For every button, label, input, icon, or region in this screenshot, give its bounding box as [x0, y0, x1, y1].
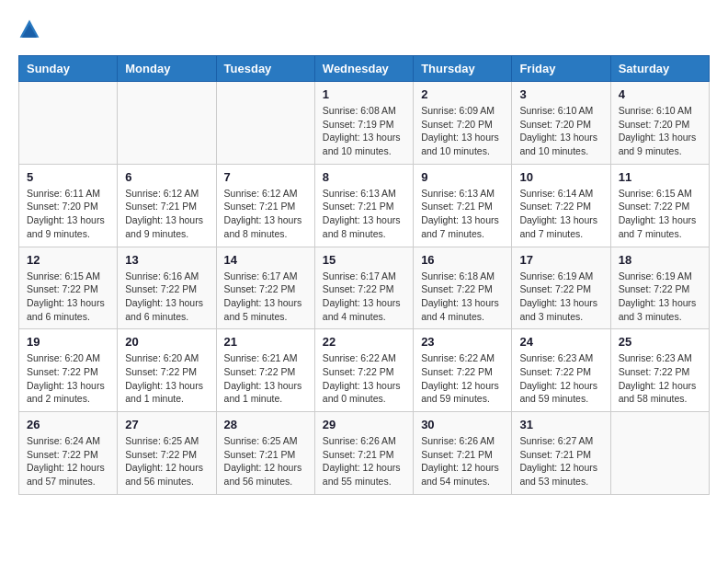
- calendar-day-cell: [216, 82, 314, 165]
- calendar-week-row: 26Sunrise: 6:24 AM Sunset: 7:22 PM Dayli…: [19, 412, 710, 495]
- day-number: 1: [323, 87, 405, 101]
- calendar-day-cell: 6Sunrise: 6:12 AM Sunset: 7:21 PM Daylig…: [118, 164, 216, 247]
- day-number: 20: [125, 335, 208, 349]
- day-number: 17: [519, 253, 602, 267]
- day-number: 4: [619, 87, 701, 101]
- day-info: Sunrise: 6:18 AM Sunset: 7:22 PM Dayligh…: [421, 270, 504, 324]
- calendar-day-cell: 7Sunrise: 6:12 AM Sunset: 7:21 PM Daylig…: [216, 164, 314, 247]
- day-number: 25: [619, 335, 701, 349]
- calendar-week-row: 19Sunrise: 6:20 AM Sunset: 7:22 PM Dayli…: [19, 329, 710, 412]
- calendar-header-row: SundayMondayTuesdayWednesdayThursdayFrid…: [19, 56, 710, 82]
- days-of-week-row: SundayMondayTuesdayWednesdayThursdayFrid…: [19, 56, 710, 82]
- day-number: 26: [27, 418, 109, 431]
- day-number: 9: [421, 170, 504, 184]
- day-info: Sunrise: 6:21 AM Sunset: 7:22 PM Dayligh…: [224, 351, 307, 406]
- day-number: 16: [421, 253, 504, 267]
- calendar-day-cell: 17Sunrise: 6:19 AM Sunset: 7:22 PM Dayli…: [512, 247, 610, 329]
- calendar-day-cell: [118, 82, 216, 165]
- day-number: 10: [519, 170, 602, 184]
- day-info: Sunrise: 6:20 AM Sunset: 7:22 PM Dayligh…: [125, 351, 208, 406]
- calendar-day-cell: 25Sunrise: 6:23 AM Sunset: 7:22 PM Dayli…: [610, 329, 709, 412]
- calendar-day-cell: 13Sunrise: 6:16 AM Sunset: 7:22 PM Dayli…: [118, 247, 216, 329]
- day-number: 3: [519, 87, 602, 101]
- day-info: Sunrise: 6:26 AM Sunset: 7:21 PM Dayligh…: [421, 434, 504, 488]
- calendar-table: SundayMondayTuesdayWednesdayThursdayFrid…: [18, 55, 710, 495]
- calendar-day-cell: 11Sunrise: 6:15 AM Sunset: 7:22 PM Dayli…: [610, 164, 709, 247]
- day-number: 29: [323, 418, 405, 431]
- calendar-day-cell: 18Sunrise: 6:19 AM Sunset: 7:22 PM Dayli…: [610, 247, 709, 329]
- day-number: 27: [125, 418, 208, 431]
- calendar-day-cell: 14Sunrise: 6:17 AM Sunset: 7:22 PM Dayli…: [216, 247, 314, 329]
- calendar-header: [18, 18, 710, 40]
- calendar-week-row: 1Sunrise: 6:08 AM Sunset: 7:19 PM Daylig…: [19, 82, 710, 165]
- day-of-week-header: Monday: [118, 56, 216, 82]
- calendar-day-cell: 19Sunrise: 6:20 AM Sunset: 7:22 PM Dayli…: [19, 329, 118, 412]
- calendar-day-cell: 3Sunrise: 6:10 AM Sunset: 7:20 PM Daylig…: [512, 82, 610, 165]
- calendar-day-cell: [610, 412, 709, 495]
- day-info: Sunrise: 6:25 AM Sunset: 7:22 PM Dayligh…: [125, 434, 208, 488]
- day-number: 31: [519, 418, 602, 431]
- calendar-day-cell: 23Sunrise: 6:22 AM Sunset: 7:22 PM Dayli…: [414, 329, 512, 412]
- day-number: 7: [224, 170, 307, 184]
- day-info: Sunrise: 6:25 AM Sunset: 7:21 PM Dayligh…: [224, 434, 307, 488]
- day-info: Sunrise: 6:12 AM Sunset: 7:21 PM Dayligh…: [125, 187, 208, 241]
- day-number: 19: [27, 335, 109, 349]
- day-info: Sunrise: 6:10 AM Sunset: 7:20 PM Dayligh…: [519, 104, 602, 158]
- logo-icon: [18, 18, 40, 40]
- day-info: Sunrise: 6:19 AM Sunset: 7:22 PM Dayligh…: [519, 270, 602, 324]
- day-info: Sunrise: 6:09 AM Sunset: 7:20 PM Dayligh…: [421, 104, 504, 158]
- calendar-day-cell: 9Sunrise: 6:13 AM Sunset: 7:21 PM Daylig…: [414, 164, 512, 247]
- day-info: Sunrise: 6:24 AM Sunset: 7:22 PM Dayligh…: [27, 434, 109, 488]
- day-number: 22: [323, 335, 405, 349]
- day-number: 11: [619, 170, 701, 184]
- day-number: 30: [421, 418, 504, 431]
- calendar-week-row: 5Sunrise: 6:11 AM Sunset: 7:20 PM Daylig…: [19, 164, 710, 247]
- calendar-day-cell: 1Sunrise: 6:08 AM Sunset: 7:19 PM Daylig…: [314, 82, 413, 165]
- calendar-day-cell: 16Sunrise: 6:18 AM Sunset: 7:22 PM Dayli…: [414, 247, 512, 329]
- calendar-day-cell: 20Sunrise: 6:20 AM Sunset: 7:22 PM Dayli…: [118, 329, 216, 412]
- calendar-day-cell: 8Sunrise: 6:13 AM Sunset: 7:21 PM Daylig…: [314, 164, 413, 247]
- day-info: Sunrise: 6:23 AM Sunset: 7:22 PM Dayligh…: [519, 351, 602, 406]
- calendar-body: 1Sunrise: 6:08 AM Sunset: 7:19 PM Daylig…: [19, 82, 710, 495]
- day-of-week-header: Thursday: [414, 56, 512, 82]
- calendar-day-cell: 4Sunrise: 6:10 AM Sunset: 7:20 PM Daylig…: [610, 82, 709, 165]
- calendar-day-cell: 29Sunrise: 6:26 AM Sunset: 7:21 PM Dayli…: [314, 412, 413, 495]
- logo: [18, 18, 44, 40]
- day-info: Sunrise: 6:14 AM Sunset: 7:22 PM Dayligh…: [519, 187, 602, 241]
- day-info: Sunrise: 6:16 AM Sunset: 7:22 PM Dayligh…: [125, 270, 208, 324]
- calendar-day-cell: [19, 82, 118, 165]
- day-info: Sunrise: 6:17 AM Sunset: 7:22 PM Dayligh…: [224, 270, 307, 324]
- day-info: Sunrise: 6:20 AM Sunset: 7:22 PM Dayligh…: [27, 351, 109, 406]
- day-info: Sunrise: 6:10 AM Sunset: 7:20 PM Dayligh…: [619, 104, 701, 158]
- day-number: 8: [323, 170, 405, 184]
- day-info: Sunrise: 6:12 AM Sunset: 7:21 PM Dayligh…: [224, 187, 307, 241]
- day-info: Sunrise: 6:15 AM Sunset: 7:22 PM Dayligh…: [619, 187, 701, 241]
- day-of-week-header: Wednesday: [314, 56, 413, 82]
- day-of-week-header: Saturday: [610, 56, 709, 82]
- day-number: 14: [224, 253, 307, 267]
- day-number: 28: [224, 418, 307, 431]
- calendar-day-cell: 5Sunrise: 6:11 AM Sunset: 7:20 PM Daylig…: [19, 164, 118, 247]
- calendar-day-cell: 27Sunrise: 6:25 AM Sunset: 7:22 PM Dayli…: [118, 412, 216, 495]
- day-number: 24: [519, 335, 602, 349]
- calendar-day-cell: 12Sunrise: 6:15 AM Sunset: 7:22 PM Dayli…: [19, 247, 118, 329]
- calendar-day-cell: 10Sunrise: 6:14 AM Sunset: 7:22 PM Dayli…: [512, 164, 610, 247]
- day-of-week-header: Tuesday: [216, 56, 314, 82]
- day-info: Sunrise: 6:17 AM Sunset: 7:22 PM Dayligh…: [323, 270, 405, 324]
- calendar-day-cell: 15Sunrise: 6:17 AM Sunset: 7:22 PM Dayli…: [314, 247, 413, 329]
- day-info: Sunrise: 6:08 AM Sunset: 7:19 PM Dayligh…: [323, 104, 405, 158]
- calendar-day-cell: 31Sunrise: 6:27 AM Sunset: 7:21 PM Dayli…: [512, 412, 610, 495]
- day-number: 2: [421, 87, 504, 101]
- day-info: Sunrise: 6:13 AM Sunset: 7:21 PM Dayligh…: [323, 187, 405, 241]
- calendar-day-cell: 21Sunrise: 6:21 AM Sunset: 7:22 PM Dayli…: [216, 329, 314, 412]
- day-number: 5: [27, 170, 109, 184]
- calendar-day-cell: 22Sunrise: 6:22 AM Sunset: 7:22 PM Dayli…: [314, 329, 413, 412]
- day-of-week-header: Friday: [512, 56, 610, 82]
- calendar-week-row: 12Sunrise: 6:15 AM Sunset: 7:22 PM Dayli…: [19, 247, 710, 329]
- day-of-week-header: Sunday: [19, 56, 118, 82]
- day-number: 15: [323, 253, 405, 267]
- day-info: Sunrise: 6:22 AM Sunset: 7:22 PM Dayligh…: [421, 351, 504, 406]
- calendar-day-cell: 30Sunrise: 6:26 AM Sunset: 7:21 PM Dayli…: [414, 412, 512, 495]
- calendar-day-cell: 28Sunrise: 6:25 AM Sunset: 7:21 PM Dayli…: [216, 412, 314, 495]
- calendar-day-cell: 24Sunrise: 6:23 AM Sunset: 7:22 PM Dayli…: [512, 329, 610, 412]
